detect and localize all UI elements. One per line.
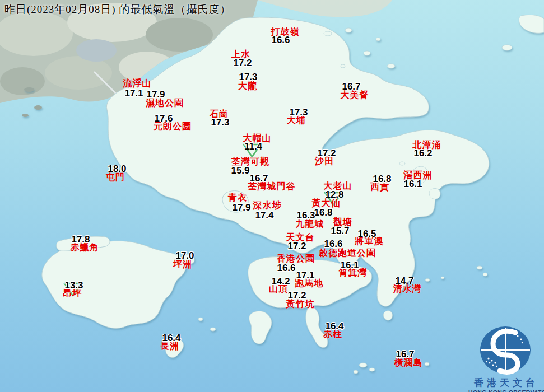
station-temp: 17.3: [239, 72, 257, 83]
page-title: 昨日(2023年02月08日) 的最低氣溫（攝氏度）: [4, 2, 231, 17]
station-temp: 16.1: [340, 260, 359, 271]
station-temp: 17.1: [124, 88, 143, 99]
station-temp: 17.1: [296, 270, 314, 281]
station-temp: 16.4: [325, 321, 343, 332]
station-temp: 16.8: [314, 207, 332, 218]
station-temp: 17.4: [255, 210, 273, 221]
station-temp: 16.7: [396, 349, 414, 360]
hko-logo-name-en: HONG KONG OBSERVATORY: [468, 389, 544, 392]
station-temp: 18.0: [108, 164, 126, 175]
station-temp: 16.5: [357, 228, 376, 240]
station-temp: 16.8: [373, 174, 391, 185]
station-temp: 17.3: [289, 107, 308, 118]
hko-logo-icon: [468, 324, 544, 375]
station-temp: 17.0: [175, 250, 194, 262]
station-temp: 16.3: [296, 210, 315, 221]
station-temp: 16.2: [413, 148, 432, 159]
station-temp: 16.4: [162, 333, 180, 344]
station-temp: 17.2: [287, 241, 306, 252]
station-temp: 12.8: [325, 189, 343, 200]
station-temp: 17.2: [317, 148, 336, 159]
hko-logo: 香港天文台 HONG KONG OBSERVATORY: [468, 324, 544, 392]
min-temperature-map: 昨日(2023年02月08日) 的最低氣溫（攝氏度） 16.6打鼓嶺17.2上水…: [0, 0, 544, 392]
station-temp: 14.2: [271, 276, 290, 287]
station-temp: 16.7: [342, 81, 360, 92]
station-temp: 11.4: [244, 141, 262, 152]
station-temp: 17.3: [211, 117, 229, 128]
station-temp: 14.7: [395, 276, 413, 287]
station-temp: 16.7: [249, 173, 268, 184]
station-temp: 16.6: [324, 239, 342, 250]
station-temp: 16.6: [271, 35, 290, 46]
hong-kong-map: [0, 0, 544, 392]
station-temp: 17.2: [233, 58, 252, 69]
station-temp: 16.6: [277, 263, 295, 274]
station-temp: 15.7: [331, 226, 349, 237]
station-temp: 17.6: [154, 113, 173, 124]
station-temp: 17.8: [71, 234, 90, 245]
station-temp: 15.9: [231, 165, 249, 176]
station-temp: 16.1: [403, 179, 422, 190]
station-temp: 17.9: [146, 89, 165, 100]
station-temp: 17.9: [232, 202, 250, 213]
station-temp: 13.3: [64, 280, 83, 291]
hko-logo-name-zh: 香港天文台: [468, 376, 544, 389]
tung-lung-islet: [383, 311, 392, 320]
station-temp: 17.2: [287, 290, 306, 301]
port-shelter-islet: [429, 188, 440, 199]
